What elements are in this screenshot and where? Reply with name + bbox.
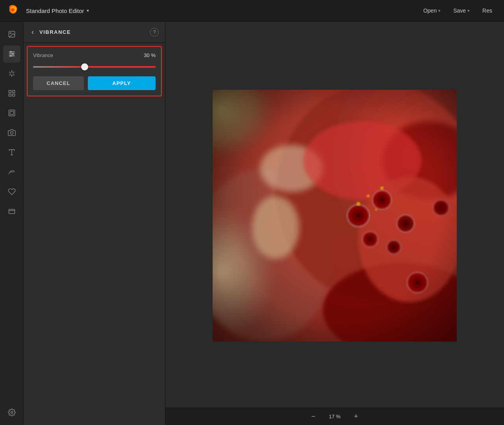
svg-rect-9	[9, 91, 11, 93]
sidebar-item-frames[interactable]	[3, 104, 20, 122]
help-button[interactable]: ?	[150, 28, 159, 37]
back-button[interactable]: ‹	[30, 27, 35, 37]
svg-point-8	[10, 55, 11, 56]
sidebar-item-text[interactable]	[3, 144, 20, 161]
vibrance-header-row: Vibrance 30 %	[33, 52, 156, 58]
vibrance-slider-container	[33, 63, 156, 71]
sidebar-item-image[interactable]	[3, 26, 20, 43]
canvas-area: − 17 % +	[165, 22, 504, 425]
sidebar-item-settings[interactable]	[3, 404, 20, 421]
svg-point-0	[11, 8, 15, 11]
sidebar-item-grid[interactable]	[3, 85, 20, 102]
sidebar-item-favorites[interactable]	[3, 183, 20, 200]
svg-rect-10	[12, 91, 15, 93]
svg-rect-61	[213, 90, 457, 342]
sidebar-item-effects[interactable]	[3, 65, 20, 82]
cancel-button[interactable]: CANCEL	[33, 76, 84, 90]
vibrance-label: Vibrance	[33, 52, 53, 58]
panel-header: ‹ VIBRANCE ?	[24, 22, 165, 43]
save-chevron-icon: ▾	[467, 8, 470, 13]
slider-thumb[interactable]	[81, 63, 88, 70]
action-buttons: CANCEL APPLY	[33, 76, 156, 90]
vibrance-panel: ‹ VIBRANCE ? Vibrance 30 %	[24, 22, 165, 425]
sidebar-item-camera[interactable]	[3, 124, 20, 141]
zoom-out-button[interactable]: −	[308, 411, 319, 422]
app-logo	[6, 3, 26, 18]
app-title: Standard Photo Editor	[26, 7, 84, 14]
slider-fill	[33, 66, 85, 68]
topbar-title-area: Standard Photo Editor ▾	[26, 7, 418, 14]
topbar-actions: Open ▾ Save ▾ Res	[418, 5, 498, 16]
open-chevron-icon: ▾	[438, 8, 441, 13]
panel-title: VIBRANCE	[39, 29, 71, 35]
main-area: ‹ VIBRANCE ? Vibrance 30 %	[0, 22, 504, 425]
sidebar-item-adjustments[interactable]	[3, 45, 20, 63]
title-dropdown-icon[interactable]: ▾	[87, 8, 89, 13]
topbar: Standard Photo Editor ▾ Open ▾ Save ▾ Re…	[0, 0, 504, 22]
svg-rect-13	[9, 110, 15, 116]
svg-rect-19	[9, 209, 15, 214]
panel-header-left: ‹ VIBRANCE	[30, 27, 71, 37]
resize-button[interactable]: Res	[477, 5, 498, 16]
vibrance-value: 30 %	[144, 52, 156, 58]
zoom-in-button[interactable]: +	[351, 411, 361, 422]
svg-point-2	[10, 33, 11, 34]
svg-point-15	[10, 132, 13, 135]
bottom-zoom-bar: − 17 % +	[165, 408, 504, 425]
svg-point-21	[11, 412, 13, 414]
svg-rect-14	[10, 111, 13, 115]
apply-button[interactable]: APPLY	[88, 76, 156, 90]
svg-rect-11	[9, 94, 11, 96]
vibrance-control-box: Vibrance 30 % CANCEL APPLY	[27, 46, 162, 96]
zoom-level: 17 %	[325, 414, 345, 419]
slider-track-right	[85, 66, 156, 68]
photo-container	[213, 90, 457, 342]
sidebar-item-draw[interactable]	[3, 163, 20, 181]
save-button[interactable]: Save ▾	[448, 5, 475, 16]
flower-svg	[213, 90, 457, 342]
vibrance-slider-track[interactable]	[33, 66, 156, 68]
sidebar-item-overlay[interactable]	[3, 203, 20, 220]
icon-sidebar	[0, 22, 24, 425]
open-button[interactable]: Open ▾	[418, 5, 446, 16]
svg-point-6	[10, 51, 11, 52]
photo-image	[213, 90, 457, 342]
svg-rect-12	[12, 94, 15, 96]
svg-point-7	[12, 53, 13, 54]
